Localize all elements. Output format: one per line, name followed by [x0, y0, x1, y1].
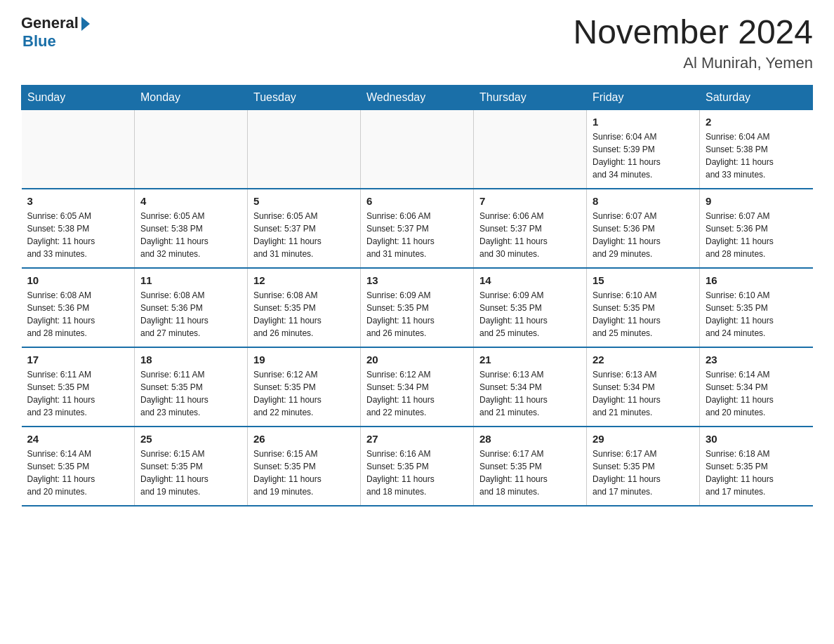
weekday-header-row: SundayMondayTuesdayWednesdayThursdayFrid…: [22, 85, 813, 109]
calendar-cell: 10Sunrise: 6:08 AMSunset: 5:36 PMDayligh…: [22, 268, 135, 347]
calendar-cell: 22Sunrise: 6:13 AMSunset: 5:34 PMDayligh…: [587, 347, 700, 427]
calendar-cell: 11Sunrise: 6:08 AMSunset: 5:36 PMDayligh…: [135, 268, 248, 347]
calendar-cell: 27Sunrise: 6:16 AMSunset: 5:35 PMDayligh…: [361, 427, 474, 506]
calendar-cell: 28Sunrise: 6:17 AMSunset: 5:35 PMDayligh…: [474, 427, 587, 506]
day-info: Sunrise: 6:04 AMSunset: 5:39 PMDaylight:…: [593, 130, 694, 181]
calendar-cell: 9Sunrise: 6:07 AMSunset: 5:36 PMDaylight…: [700, 189, 813, 268]
day-info: Sunrise: 6:07 AMSunset: 5:36 PMDaylight:…: [593, 210, 694, 260]
day-info: Sunrise: 6:17 AMSunset: 5:35 PMDaylight:…: [593, 448, 694, 498]
calendar-cell: 6Sunrise: 6:06 AMSunset: 5:37 PMDaylight…: [361, 189, 474, 268]
day-info: Sunrise: 6:08 AMSunset: 5:36 PMDaylight:…: [27, 289, 129, 340]
day-number: 11: [140, 274, 241, 286]
day-number: 3: [27, 195, 129, 207]
calendar-cell: 8Sunrise: 6:07 AMSunset: 5:36 PMDaylight…: [587, 189, 700, 268]
day-info: Sunrise: 6:13 AMSunset: 5:34 PMDaylight:…: [593, 368, 694, 419]
header-right: November 2024 Al Munirah, Yemen: [573, 14, 813, 72]
day-info: Sunrise: 6:18 AMSunset: 5:35 PMDaylight:…: [706, 448, 807, 498]
calendar-cell: 5Sunrise: 6:05 AMSunset: 5:37 PMDaylight…: [248, 189, 361, 268]
calendar-cell: 29Sunrise: 6:17 AMSunset: 5:35 PMDayligh…: [587, 427, 700, 506]
day-number: 27: [366, 433, 468, 445]
calendar-cell: 19Sunrise: 6:12 AMSunset: 5:35 PMDayligh…: [248, 347, 361, 427]
week-row-1: 1Sunrise: 6:04 AMSunset: 5:39 PMDaylight…: [22, 109, 813, 189]
day-info: Sunrise: 6:14 AMSunset: 5:35 PMDaylight:…: [27, 448, 129, 498]
day-info: Sunrise: 6:04 AMSunset: 5:38 PMDaylight:…: [706, 130, 807, 181]
logo-general-text: General: [21, 14, 79, 32]
day-number: 13: [366, 274, 468, 286]
day-info: Sunrise: 6:12 AMSunset: 5:35 PMDaylight:…: [253, 368, 355, 419]
calendar-subtitle: Al Munirah, Yemen: [573, 54, 813, 72]
day-number: 16: [706, 274, 807, 286]
day-number: 20: [366, 354, 468, 365]
day-number: 28: [479, 433, 581, 445]
calendar-cell: [361, 109, 474, 189]
weekday-header-saturday: Saturday: [700, 85, 813, 109]
calendar-cell: 24Sunrise: 6:14 AMSunset: 5:35 PMDayligh…: [22, 427, 135, 506]
day-info: Sunrise: 6:16 AMSunset: 5:35 PMDaylight:…: [366, 448, 468, 498]
weekday-header-thursday: Thursday: [474, 85, 587, 109]
day-number: 29: [593, 433, 694, 445]
day-number: 12: [253, 274, 355, 286]
day-info: Sunrise: 6:06 AMSunset: 5:37 PMDaylight:…: [366, 210, 468, 260]
calendar-cell: 2Sunrise: 6:04 AMSunset: 5:38 PMDaylight…: [700, 109, 813, 189]
logo-arrow-icon: [81, 17, 90, 31]
day-number: 5: [253, 195, 355, 207]
day-info: Sunrise: 6:08 AMSunset: 5:35 PMDaylight:…: [253, 289, 355, 340]
calendar-cell: 7Sunrise: 6:06 AMSunset: 5:37 PMDaylight…: [474, 189, 587, 268]
calendar-cell: 30Sunrise: 6:18 AMSunset: 5:35 PMDayligh…: [700, 427, 813, 506]
calendar-cell: 14Sunrise: 6:09 AMSunset: 5:35 PMDayligh…: [474, 268, 587, 347]
week-row-4: 17Sunrise: 6:11 AMSunset: 5:35 PMDayligh…: [22, 347, 813, 427]
week-row-2: 3Sunrise: 6:05 AMSunset: 5:38 PMDaylight…: [22, 189, 813, 268]
day-number: 1: [593, 116, 694, 128]
calendar-cell: 18Sunrise: 6:11 AMSunset: 5:35 PMDayligh…: [135, 347, 248, 427]
calendar-cell: 20Sunrise: 6:12 AMSunset: 5:34 PMDayligh…: [361, 347, 474, 427]
page-header: General Blue November 2024 Al Munirah, Y…: [21, 14, 813, 72]
day-info: Sunrise: 6:11 AMSunset: 5:35 PMDaylight:…: [27, 368, 129, 419]
day-info: Sunrise: 6:08 AMSunset: 5:36 PMDaylight:…: [140, 289, 241, 340]
day-info: Sunrise: 6:05 AMSunset: 5:38 PMDaylight:…: [140, 210, 241, 260]
calendar-table: SundayMondayTuesdayWednesdayThursdayFrid…: [21, 85, 813, 507]
calendar-cell: 12Sunrise: 6:08 AMSunset: 5:35 PMDayligh…: [248, 268, 361, 347]
weekday-header-sunday: Sunday: [22, 85, 135, 109]
day-number: 21: [479, 354, 581, 365]
day-info: Sunrise: 6:07 AMSunset: 5:36 PMDaylight:…: [706, 210, 807, 260]
day-info: Sunrise: 6:06 AMSunset: 5:37 PMDaylight:…: [479, 210, 581, 260]
day-info: Sunrise: 6:15 AMSunset: 5:35 PMDaylight:…: [140, 448, 241, 498]
day-number: 17: [27, 354, 129, 365]
day-info: Sunrise: 6:10 AMSunset: 5:35 PMDaylight:…: [593, 289, 694, 340]
weekday-header-tuesday: Tuesday: [248, 85, 361, 109]
calendar-cell: [474, 109, 587, 189]
day-number: 19: [253, 354, 355, 365]
day-info: Sunrise: 6:14 AMSunset: 5:34 PMDaylight:…: [706, 368, 807, 419]
day-number: 25: [140, 433, 241, 445]
day-number: 7: [479, 195, 581, 207]
day-info: Sunrise: 6:17 AMSunset: 5:35 PMDaylight:…: [479, 448, 581, 498]
weekday-header-monday: Monday: [135, 85, 248, 109]
week-row-3: 10Sunrise: 6:08 AMSunset: 5:36 PMDayligh…: [22, 268, 813, 347]
week-row-5: 24Sunrise: 6:14 AMSunset: 5:35 PMDayligh…: [22, 427, 813, 506]
day-number: 9: [706, 195, 807, 207]
calendar-cell: [135, 109, 248, 189]
calendar-title: November 2024: [573, 14, 813, 51]
day-number: 26: [253, 433, 355, 445]
logo: General Blue: [21, 14, 90, 51]
calendar-cell: [248, 109, 361, 189]
day-number: 23: [706, 354, 807, 365]
calendar-cell: 1Sunrise: 6:04 AMSunset: 5:39 PMDaylight…: [587, 109, 700, 189]
calendar-cell: 13Sunrise: 6:09 AMSunset: 5:35 PMDayligh…: [361, 268, 474, 347]
day-number: 14: [479, 274, 581, 286]
calendar-cell: 26Sunrise: 6:15 AMSunset: 5:35 PMDayligh…: [248, 427, 361, 506]
day-info: Sunrise: 6:13 AMSunset: 5:34 PMDaylight:…: [479, 368, 581, 419]
calendar-cell: 23Sunrise: 6:14 AMSunset: 5:34 PMDayligh…: [700, 347, 813, 427]
day-number: 22: [593, 354, 694, 365]
calendar-cell: 15Sunrise: 6:10 AMSunset: 5:35 PMDayligh…: [587, 268, 700, 347]
logo-blue-text: Blue: [22, 32, 56, 51]
calendar-cell: 3Sunrise: 6:05 AMSunset: 5:38 PMDaylight…: [22, 189, 135, 268]
day-number: 18: [140, 354, 241, 365]
calendar-cell: 16Sunrise: 6:10 AMSunset: 5:35 PMDayligh…: [700, 268, 813, 347]
day-number: 24: [27, 433, 129, 445]
day-number: 4: [140, 195, 241, 207]
calendar-cell: 17Sunrise: 6:11 AMSunset: 5:35 PMDayligh…: [22, 347, 135, 427]
calendar-cell: 4Sunrise: 6:05 AMSunset: 5:38 PMDaylight…: [135, 189, 248, 268]
weekday-header-wednesday: Wednesday: [361, 85, 474, 109]
day-info: Sunrise: 6:12 AMSunset: 5:34 PMDaylight:…: [366, 368, 468, 419]
